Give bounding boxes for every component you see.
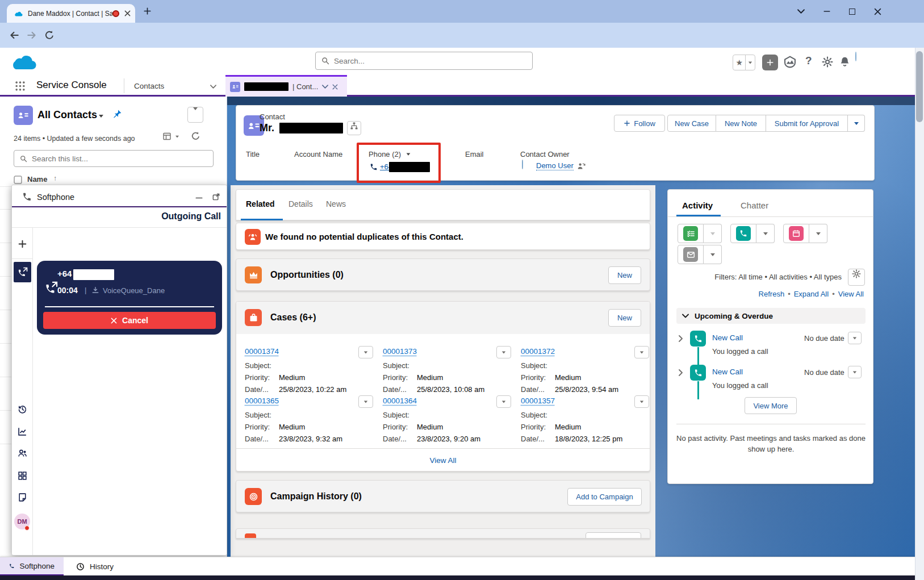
- back-icon[interactable]: [9, 30, 19, 40]
- global-search-input[interactable]: [334, 57, 526, 65]
- page-scrollbar[interactable]: [915, 48, 924, 580]
- pin-icon[interactable]: [112, 109, 122, 119]
- opportunities-new-button[interactable]: New: [608, 266, 641, 284]
- expand-item-chevron-icon[interactable]: [679, 369, 683, 376]
- case-actions-button[interactable]: [496, 395, 511, 408]
- tab-chatter[interactable]: Chatter: [741, 201, 768, 210]
- campaign-history-card[interactable]: Campaign History (0) Add to Campaign: [236, 480, 650, 512]
- change-owner-icon[interactable]: [577, 162, 586, 170]
- case-actions-button[interactable]: [358, 395, 373, 408]
- follow-button[interactable]: Follow: [614, 115, 665, 132]
- tab-related[interactable]: Related: [246, 199, 275, 208]
- case-actions-button[interactable]: [634, 395, 649, 408]
- help-icon[interactable]: ?: [805, 55, 812, 67]
- forward-icon[interactable]: [27, 30, 37, 40]
- new-case-button[interactable]: New Case: [667, 115, 716, 132]
- case-actions-button[interactable]: [634, 346, 649, 358]
- field-phone-label[interactable]: Phone (2): [369, 150, 401, 158]
- activity-filter-gear-button[interactable]: [848, 269, 865, 286]
- notes-icon[interactable]: [18, 493, 27, 502]
- owner-link[interactable]: Demo User: [536, 161, 574, 170]
- favorites-caret-icon[interactable]: [745, 55, 755, 70]
- case-number-link[interactable]: 00001374: [245, 347, 279, 356]
- case-actions-button[interactable]: [358, 346, 373, 358]
- new-event-button[interactable]: [783, 224, 809, 243]
- opportunities-card[interactable]: Opportunities (0) New: [236, 258, 650, 291]
- stats-chart-icon[interactable]: [18, 427, 27, 436]
- global-search[interactable]: [315, 52, 533, 70]
- case-number-link[interactable]: 00001364: [383, 397, 417, 405]
- expand-item-chevron-icon[interactable]: [679, 335, 683, 342]
- refresh-link[interactable]: Refresh: [759, 290, 785, 298]
- active-tab-chevron-icon[interactable]: [322, 85, 328, 89]
- window-maximize-icon[interactable]: [849, 9, 855, 15]
- contacts-rail-icon[interactable]: [18, 448, 27, 458]
- upcoming-overdue-header[interactable]: Upcoming & Overdue: [676, 308, 866, 324]
- task-actions-button[interactable]: [848, 332, 862, 344]
- list-search[interactable]: [14, 150, 214, 167]
- campaign-title[interactable]: Campaign History (0): [270, 491, 362, 502]
- view-all-link[interactable]: View All: [838, 290, 864, 298]
- opportunities-title[interactable]: Opportunities (0): [270, 270, 344, 280]
- minimize-icon[interactable]: [195, 194, 203, 202]
- new-tab-icon[interactable]: [143, 7, 152, 15]
- apps-grid-icon[interactable]: [18, 471, 27, 481]
- popout-icon[interactable]: [212, 193, 220, 201]
- cases-header[interactable]: Cases (6+) New: [236, 302, 650, 334]
- tab-contacts[interactable]: Contacts: [134, 82, 164, 90]
- cases-title[interactable]: Cases (6+): [270, 312, 316, 323]
- tab-close-icon[interactable]: [124, 10, 131, 16]
- add-to-campaign-button[interactable]: Add to Campaign: [567, 488, 642, 506]
- window-close-icon[interactable]: [874, 8, 881, 15]
- tab-details[interactable]: Details: [289, 199, 313, 208]
- email-caret-icon[interactable]: [704, 245, 722, 264]
- active-call-tab-icon[interactable]: [14, 262, 31, 282]
- trailhead-icon[interactable]: [784, 56, 796, 68]
- view-more-button[interactable]: View More: [745, 397, 797, 414]
- cases-new-button[interactable]: New: [608, 309, 641, 327]
- user-avatar[interactable]: [855, 52, 856, 61]
- tab-contact-active[interactable]: | Cont...: [225, 75, 347, 97]
- tab-activity[interactable]: Activity: [682, 201, 713, 210]
- active-tab-close-icon[interactable]: [332, 84, 338, 90]
- column-header-name[interactable]: Name: [27, 175, 47, 183]
- display-as-icon[interactable]: [162, 132, 172, 141]
- browser-tab[interactable]: Dane Maddox | Contact | Sal: [7, 4, 135, 23]
- task-title-link[interactable]: New Call: [712, 333, 743, 342]
- case-actions-button[interactable]: [496, 346, 511, 358]
- case-number-link[interactable]: 00001372: [521, 347, 555, 356]
- history-rail-icon[interactable]: [18, 404, 27, 414]
- log-call-button[interactable]: [730, 224, 756, 243]
- new-note-button[interactable]: New Note: [716, 115, 766, 132]
- list-view-caret-icon[interactable]: [99, 115, 103, 118]
- cancel-call-button[interactable]: Cancel: [43, 312, 216, 329]
- utility-history[interactable]: History: [67, 557, 123, 576]
- favorites-button[interactable]: ★: [733, 55, 755, 70]
- setup-gear-icon[interactable]: [822, 56, 833, 68]
- tab-search-chevron-icon[interactable]: [797, 9, 805, 14]
- hierarchy-button[interactable]: [347, 121, 361, 135]
- list-actions-button[interactable]: [187, 107, 203, 123]
- reload-icon[interactable]: [44, 30, 55, 40]
- select-all-checkbox[interactable]: [14, 176, 22, 184]
- favorites-star-icon[interactable]: ★: [733, 55, 745, 70]
- display-as-caret-icon[interactable]: [175, 136, 179, 138]
- contacts-tab-chevron-icon[interactable]: [210, 85, 216, 89]
- list-search-input[interactable]: [32, 155, 207, 163]
- task-actions-button[interactable]: [848, 366, 862, 378]
- utility-softphone[interactable]: Softphone: [0, 557, 64, 576]
- phone-caret-icon[interactable]: [407, 153, 411, 155]
- cases-view-all-link[interactable]: View All: [429, 456, 456, 465]
- task-title-link[interactable]: New Call: [712, 368, 743, 376]
- app-launcher-waffle-icon[interactable]: [15, 81, 26, 91]
- list-view-title[interactable]: All Contacts: [37, 109, 97, 121]
- case-number-link[interactable]: 00001365: [245, 397, 279, 405]
- new-call-tab-icon[interactable]: [18, 239, 27, 249]
- submit-for-approval-button[interactable]: Submit for Approval: [766, 115, 848, 132]
- more-actions-button[interactable]: [848, 115, 865, 132]
- expand-all-link[interactable]: Expand All: [794, 290, 829, 298]
- case-number-link[interactable]: 00001357: [521, 397, 555, 405]
- quick-create-button[interactable]: [762, 55, 778, 70]
- log-call-caret-icon[interactable]: [756, 224, 775, 243]
- email-button[interactable]: [678, 245, 704, 264]
